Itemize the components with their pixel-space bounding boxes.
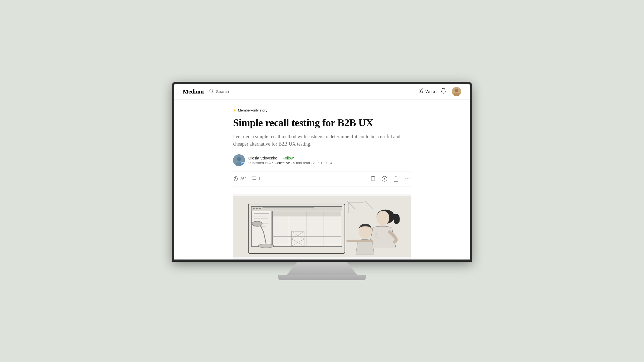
follow-button[interactable]: Follow	[283, 156, 294, 160]
svg-point-57	[359, 225, 372, 239]
search-icon	[209, 89, 214, 94]
svg-line-1	[212, 92, 213, 93]
action-left: 262 1	[233, 176, 261, 182]
svg-point-22	[259, 208, 261, 210]
user-avatar[interactable]	[452, 87, 461, 96]
author-name[interactable]: Olesia Vdovenko	[248, 156, 277, 160]
member-only-label: Member-only story	[238, 108, 267, 112]
author-avatar[interactable]: ✓	[233, 154, 245, 166]
article-hero-image	[233, 194, 411, 260]
article-container: ✦ Member-only story Simple recall testin…	[226, 99, 418, 260]
svg-point-13	[405, 179, 406, 179]
monitor-base	[278, 275, 366, 280]
article-subtitle: I've tried a simple recall method with c…	[233, 133, 411, 148]
published-label: Published in	[248, 161, 268, 165]
meta-dot-2: ·	[311, 161, 312, 165]
comment-icon	[251, 176, 257, 182]
article-title: Simple recall testing for B2B UX	[233, 117, 411, 129]
nav-right: Write	[419, 87, 461, 96]
svg-point-3	[455, 89, 458, 92]
search-bar[interactable]: Search	[209, 89, 275, 94]
svg-point-14	[407, 179, 408, 179]
svg-marker-11	[384, 178, 386, 180]
navbar: Medium Search	[174, 84, 470, 99]
publication-name[interactable]: UX Collective	[269, 161, 290, 165]
clap-icon	[233, 176, 238, 182]
author-dot: ·	[279, 156, 281, 160]
search-label: Search	[216, 89, 229, 94]
listen-button[interactable]	[381, 175, 388, 182]
author-row: ✓ Olesia Vdovenko · Follow Published in …	[233, 154, 411, 166]
read-time: 9 min read	[293, 161, 310, 165]
monitor-wrapper: Medium Search	[166, 82, 478, 280]
comment-count: 1	[258, 177, 261, 181]
write-label: Write	[425, 89, 435, 94]
svg-point-21	[256, 208, 258, 210]
clap-count: 262	[240, 177, 246, 181]
svg-point-49	[258, 244, 274, 248]
svg-point-15	[409, 179, 410, 179]
medium-logo[interactable]: Medium	[183, 88, 204, 95]
share-button[interactable]	[392, 175, 399, 182]
monitor-screen: Medium Search	[172, 82, 472, 262]
notification-bell[interactable]	[440, 88, 446, 95]
star-icon: ✦	[233, 108, 236, 113]
comment-button[interactable]: 1	[251, 176, 261, 182]
article-meta: Published in UX Collective · 9 min read …	[248, 161, 332, 165]
meta-dot-1: ·	[291, 161, 292, 165]
save-button[interactable]	[369, 175, 377, 182]
author-name-row: Olesia Vdovenko · Follow	[248, 156, 332, 160]
svg-point-6	[237, 157, 241, 161]
svg-text:✓: ✓	[242, 164, 244, 166]
write-icon	[419, 88, 424, 95]
write-button[interactable]: Write	[419, 88, 435, 95]
screen-content: Medium Search	[174, 84, 470, 260]
svg-point-55	[377, 211, 389, 225]
publish-date: Aug 1, 2024	[313, 161, 332, 165]
more-options-button[interactable]	[404, 175, 411, 182]
member-badge: ✦ Member-only story	[233, 108, 411, 113]
action-right	[369, 175, 411, 182]
svg-point-0	[210, 89, 213, 92]
author-badge-icon: ✓	[241, 162, 245, 166]
monitor-stand	[287, 262, 357, 275]
svg-point-20	[253, 208, 255, 210]
action-bar: 262 1	[233, 171, 411, 186]
svg-rect-19	[251, 207, 342, 211]
clap-button[interactable]: 262	[233, 176, 246, 182]
author-info: Olesia Vdovenko · Follow Published in UX…	[248, 156, 332, 165]
